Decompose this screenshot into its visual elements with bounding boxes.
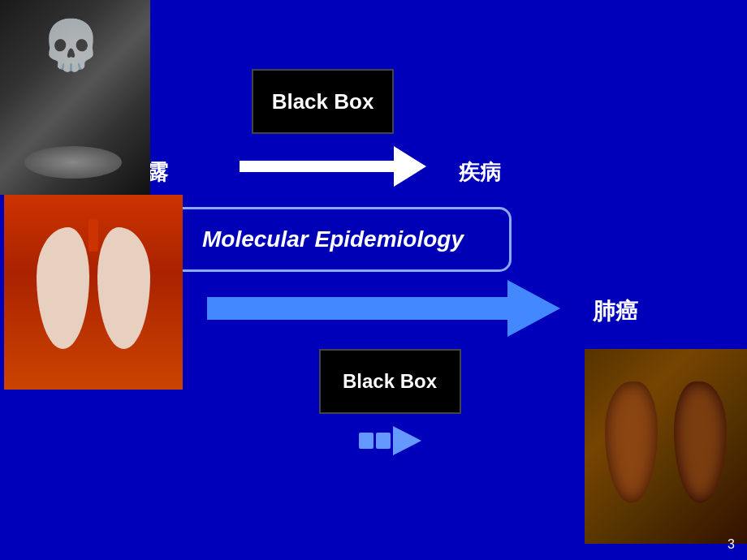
ashtray-icon <box>24 146 122 179</box>
page-number: 3 <box>728 537 735 552</box>
white-arrow-body <box>240 161 394 172</box>
right-lung <box>97 227 150 349</box>
healthy-lungs-inner <box>4 195 183 390</box>
left-lung <box>37 227 89 349</box>
blue-arrow <box>207 288 564 329</box>
smoking-image: 💀 <box>0 0 150 195</box>
lung-cancer-label: 肺癌 <box>593 296 638 327</box>
white-arrow-head <box>394 146 426 187</box>
diseased-lungs-inner <box>585 349 747 544</box>
healthy-lung-shape <box>28 219 158 365</box>
diseased-right-lung <box>674 381 727 503</box>
dash-2 <box>376 433 391 449</box>
molecular-epidemiology-box: Molecular Epidemiology <box>154 207 512 272</box>
bottom-black-box-container: Black Box <box>309 349 471 463</box>
healthy-lungs-image <box>4 195 183 390</box>
bottom-black-box: Black Box <box>319 349 461 414</box>
top-black-box: Black Box <box>252 69 394 134</box>
top-black-box-label: Black Box <box>272 89 374 114</box>
trachea <box>89 219 98 252</box>
bottom-black-box-label: Black Box <box>343 370 437 393</box>
small-blue-arrow <box>359 426 421 455</box>
diseased-left-lung <box>605 381 658 503</box>
dash-1 <box>359 433 374 449</box>
molecular-epidemiology-label: Molecular Epidemiology <box>202 226 464 252</box>
skull-smoke-icon: 💀 <box>41 16 101 74</box>
small-arrow-head <box>393 426 421 455</box>
arrow-dashes <box>359 433 391 449</box>
diseased-lung-shape <box>601 373 731 519</box>
blue-arrow-body <box>207 297 507 320</box>
smoking-image-inner: 💀 <box>0 0 150 195</box>
disease-label: 疾病 <box>459 158 501 187</box>
diseased-lungs-image <box>585 349 747 544</box>
blue-arrow-head <box>507 280 560 337</box>
white-arrow <box>240 154 426 179</box>
